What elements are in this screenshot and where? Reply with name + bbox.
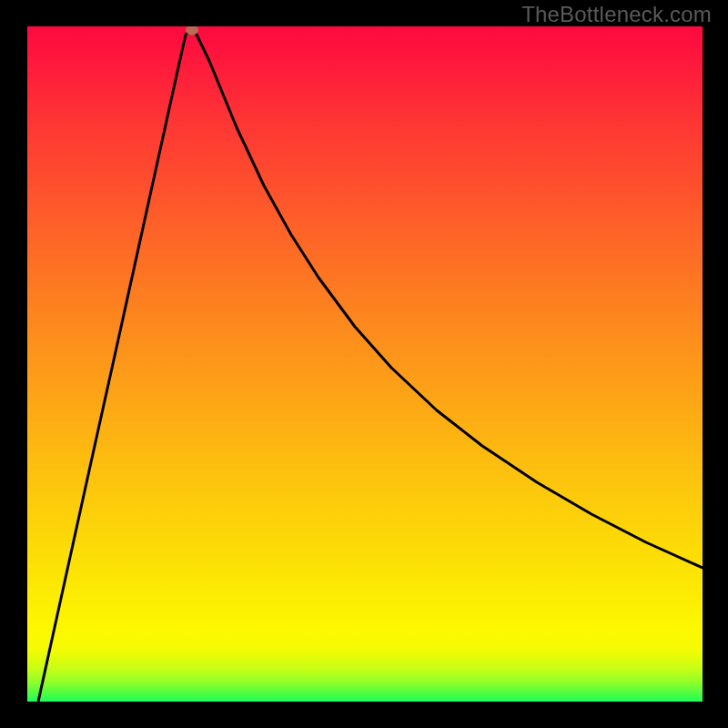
plot-area	[27, 26, 703, 702]
chart-frame: TheBottleneck.com	[0, 0, 728, 728]
bottleneck-curve	[27, 26, 703, 702]
watermark-text: TheBottleneck.com	[521, 2, 712, 27]
curve-path	[38, 30, 703, 702]
